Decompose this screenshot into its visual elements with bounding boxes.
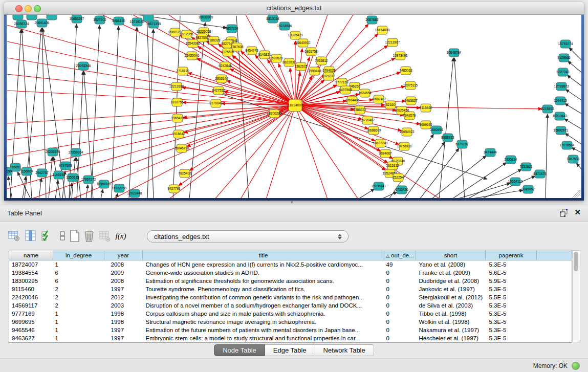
table-cell[interactable]: 9115460 <box>9 285 53 293</box>
black-edge[interactable] <box>86 185 88 198</box>
table-cell[interactable]: 1997 <box>104 326 143 334</box>
table-cell[interactable]: Nakamura et al. (1997) <box>416 326 486 334</box>
table-cell[interactable]: Hescheler et al. (1997) <box>416 334 486 343</box>
column-header-title[interactable]: title <box>143 250 384 260</box>
table-row[interactable]: 1938455462009Genome-wide association stu… <box>9 269 572 277</box>
network-canvas[interactable]: 2035572420691406106552871527602846616010… <box>7 15 581 198</box>
table-cell[interactable]: Genome-wide association studies in ADHD. <box>143 269 384 277</box>
table-cell[interactable]: Jankovic et al. (1997) <box>416 285 486 293</box>
table-cell[interactable]: 5.3E-5 <box>486 334 537 343</box>
black-edge[interactable] <box>147 16 154 198</box>
table-cell[interactable]: 6 <box>53 277 104 285</box>
table-row[interactable]: 977716911998Corpus callosum shape and si… <box>9 310 572 318</box>
column-header-pagerank[interactable]: pagerank <box>486 250 537 260</box>
table-cell[interactable]: 6 <box>53 269 104 277</box>
table-cell[interactable]: 5.3E-5 <box>486 301 537 310</box>
black-edge[interactable] <box>565 103 581 114</box>
graph-node-teal[interactable] <box>143 15 154 21</box>
black-edge[interactable] <box>101 189 103 198</box>
black-edge[interactable] <box>420 148 459 198</box>
table-cell[interactable]: 1998 <box>104 318 143 326</box>
select-columns-button[interactable] <box>40 229 54 243</box>
window-titlebar[interactable]: citations_edges.txt <box>4 2 584 15</box>
table-row[interactable]: 946554611997Estimation of the future num… <box>9 326 572 334</box>
black-edge[interactable] <box>567 75 581 86</box>
resize-grip-icon[interactable] <box>576 194 580 198</box>
black-edge[interactable] <box>404 142 445 198</box>
function-builder-button[interactable]: f(x) <box>114 229 128 243</box>
table-cell[interactable]: 1997 <box>104 334 143 343</box>
table-cell[interactable]: 0 <box>384 293 416 301</box>
table-cell[interactable]: Wolkin et al. (1998) <box>416 318 486 326</box>
tab-edge-table[interactable]: Edge Table <box>265 344 315 356</box>
table-cell[interactable]: 1 <box>53 260 104 269</box>
table-cell[interactable]: 5.5E-5 <box>486 293 537 301</box>
table-cell[interactable]: Tourette syndrome. Phenomenology and cla… <box>143 285 384 293</box>
table-cell[interactable]: 14569117 <box>9 301 53 310</box>
table-cell[interactable]: 9465546 <box>9 326 53 334</box>
splitter-handle-icon[interactable]: ▾ <box>291 200 293 205</box>
black-edge[interactable] <box>564 119 581 129</box>
table-cell[interactable]: Changes of HCN gene expression and I(f) … <box>143 260 384 269</box>
red-edge[interactable] <box>295 105 399 144</box>
table-cell[interactable]: 0 <box>384 277 416 285</box>
red-edge[interactable] <box>266 105 295 198</box>
table-cell[interactable]: 1 <box>53 310 104 318</box>
black-edge[interactable] <box>469 190 523 198</box>
black-edge[interactable] <box>546 114 548 198</box>
black-edge[interactable] <box>39 178 41 198</box>
black-edge[interactable] <box>55 180 58 198</box>
table-cell[interactable]: Yano et al. (2008) <box>416 260 486 269</box>
table-cell[interactable]: 1 <box>53 318 104 326</box>
table-row[interactable]: 946362711997Embryonic stem cells: a mode… <box>9 334 572 343</box>
delete-table-button[interactable] <box>82 229 96 243</box>
table-cell[interactable]: 2003 <box>104 301 143 310</box>
table-settings-button[interactable] <box>7 229 21 243</box>
red-edge[interactable] <box>295 105 328 198</box>
black-edge[interactable] <box>576 163 581 170</box>
column-header-short[interactable]: short <box>416 250 486 260</box>
black-edge[interactable] <box>112 26 119 198</box>
table-cell[interactable]: 2008 <box>104 260 143 269</box>
table-cell[interactable]: 9463627 <box>9 334 53 343</box>
close-panel-icon[interactable]: ✕ <box>574 208 581 217</box>
table-cell[interactable]: 22420046 <box>9 293 53 301</box>
table-row[interactable]: 911546021997Tourette syndrome. Phenomeno… <box>9 285 572 293</box>
table-cell[interactable]: 0 <box>384 269 416 277</box>
red-edge[interactable] <box>7 105 295 189</box>
table-cell[interactable]: 0 <box>384 326 416 334</box>
black-edge[interactable] <box>572 147 581 153</box>
table-select-dropdown[interactable]: citations_edges.txt <box>147 230 349 243</box>
graph-node-teal[interactable] <box>27 15 37 20</box>
table-cell[interactable]: 0 <box>384 301 416 310</box>
table-cell[interactable]: de Silva et al. (2003) <box>416 301 486 310</box>
tab-node-table[interactable]: Node Table <box>214 344 265 356</box>
table-cell[interactable]: 18724007 <box>9 260 53 269</box>
table-cell[interactable]: Estimation of significance thresholds fo… <box>143 277 384 285</box>
red-edge[interactable] <box>215 105 295 198</box>
table-cell[interactable]: 5.3E-5 <box>486 318 537 326</box>
table-cell[interactable]: Structural magnetic resonance image aver… <box>143 318 384 326</box>
table-row[interactable]: 1872400712008Changes of HCN gene express… <box>9 260 572 269</box>
table-cell[interactable]: 0 <box>384 318 416 326</box>
float-panel-icon[interactable] <box>559 208 569 217</box>
column-header-year[interactable]: year <box>104 250 143 260</box>
table-cell[interactable]: 49 <box>384 260 416 269</box>
table-cell[interactable]: 5.3E-5 <box>486 310 537 318</box>
table-cell[interactable]: 2012 <box>104 293 143 301</box>
table-cell[interactable]: 18300295 <box>9 277 53 285</box>
table-cell[interactable]: 2008 <box>104 277 143 285</box>
import-table-button-disabled[interactable] <box>97 229 112 243</box>
table-cell[interactable]: Stergiakouli et al. (2012) <box>416 293 486 301</box>
red-edge[interactable] <box>169 105 295 198</box>
table-cell[interactable]: Dudbridge et al. (2008) <box>416 277 486 285</box>
black-edge[interactable] <box>568 61 581 73</box>
black-edge[interactable] <box>91 25 100 198</box>
red-edge[interactable] <box>7 105 295 172</box>
table-cell[interactable]: 0 <box>384 285 416 293</box>
table-cell[interactable]: 19384554 <box>9 269 53 277</box>
table-cell[interactable]: 5.3E-5 <box>486 260 537 269</box>
table-cell[interactable]: 0 <box>384 334 416 343</box>
citation-graph[interactable]: 2035572420691406106552871527602846616010… <box>7 15 581 198</box>
tab-network-table[interactable]: Network Table <box>315 344 374 356</box>
